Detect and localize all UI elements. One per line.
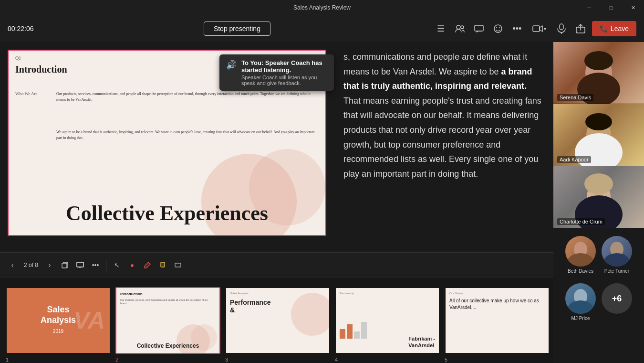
notification-subtitle: Speaker Coach will listen as you speak a…: [241, 75, 327, 86]
slide-thumb-num-1: 1: [6, 357, 9, 363]
slide-toolbar: ‹ 2 of 8 › ••• ↖ ●: [0, 252, 553, 277]
svg-rect-7: [560, 24, 563, 30]
avatar-mj-photo: [565, 283, 596, 314]
svg-rect-13: [175, 263, 181, 267]
slide-thumb-num-3: 3: [225, 357, 228, 363]
svg-point-4: [496, 27, 497, 28]
notification-speaker-icon: 🔊: [226, 60, 237, 70]
svg-point-28: [567, 300, 594, 314]
cursor-tool-button[interactable]: ↖: [110, 258, 124, 272]
transcript-text: s, communications and people are define …: [343, 50, 544, 181]
toolbar-separator: [106, 259, 106, 271]
more-participants-wrap: +6: [602, 283, 632, 321]
title-bar: Sales Analysis Review ─ □ ✕: [0, 0, 644, 15]
svg-point-24: [567, 253, 594, 267]
maximize-button[interactable]: □: [600, 0, 622, 15]
minimize-button[interactable]: ─: [578, 0, 600, 15]
window-controls: ─ □ ✕: [578, 0, 644, 15]
thumb2-background: Introduction Our products, services, com…: [116, 288, 219, 353]
main-area: Q1 VanArsdel Introduction Who We Are Our…: [0, 42, 553, 363]
notification-title: To You: Speaker Coach has started listen…: [241, 59, 327, 74]
prev-slide-button[interactable]: ‹: [6, 258, 19, 272]
thumb1-title: SalesAnalysis2019: [41, 305, 76, 336]
slide-thumbnail-2[interactable]: Introduction Our products, services, com…: [115, 287, 220, 354]
slide-thumbnail-3[interactable]: Sales Analysis Performance& 3: [225, 287, 330, 354]
svg-rect-6: [533, 26, 540, 32]
next-slide-button[interactable]: ›: [43, 258, 56, 272]
participant-video-aadi: Aadi Kapoor: [553, 104, 644, 166]
slide-thumb-inner-1: SalesAnalysis2019 VA: [6, 287, 111, 354]
slide-thumb-inner-4: Partnership Fabrikam -VanArsdel: [335, 287, 440, 354]
thumb3-big-text: Performance&: [230, 299, 271, 315]
svg-rect-2: [475, 25, 483, 31]
avatar-beth: [565, 236, 596, 267]
slide-thumb-num-5: 5: [445, 357, 447, 363]
slide-title: Introduction: [15, 64, 67, 75]
small-avatars-row2: MJ Price +6: [553, 276, 644, 323]
svg-point-5: [499, 27, 500, 28]
camera-button[interactable]: ▾: [529, 22, 550, 35]
svg-point-26: [603, 253, 630, 267]
thumb1-logo: VA: [73, 307, 105, 334]
more-participants-badge[interactable]: +6: [602, 283, 632, 314]
slide-count: 2 of 8: [21, 262, 41, 268]
chat-icon[interactable]: [471, 21, 487, 36]
thumb3-label: Sales Analysis: [230, 292, 249, 295]
svg-point-0: [457, 25, 460, 29]
small-avatars-row: Beth Davies Pete Turner: [553, 228, 644, 276]
eraser-button[interactable]: [171, 258, 185, 272]
red-pen-button[interactable]: [141, 258, 154, 272]
slide-thumbnail-4[interactable]: Partnership Fabrikam -VanArsdel 4: [335, 287, 440, 354]
leave-button[interactable]: 📞 Leave: [592, 21, 636, 36]
thumb4-label: Partnership: [340, 292, 354, 295]
duplicate-slide-button[interactable]: [58, 258, 72, 272]
participants-list-icon[interactable]: ☰: [433, 21, 448, 36]
more-icon[interactable]: •••: [509, 21, 525, 36]
slide-thumb-num-4: 4: [335, 357, 338, 363]
participant-name-beth: Beth Davies: [568, 268, 593, 274]
participant-name-mj: MJ Price: [571, 316, 590, 321]
slide-body1: Our products, services, communications, …: [56, 91, 319, 103]
slide-strip: SalesAnalysis2019 VA 1 Introduction Our …: [0, 277, 553, 363]
svg-rect-11: [77, 262, 83, 267]
more-tools-button[interactable]: •••: [89, 258, 102, 272]
svg-point-16: [584, 51, 613, 70]
reaction-icon[interactable]: [490, 21, 506, 36]
notification-content: To You: Speaker Coach has started listen…: [241, 59, 327, 86]
close-button[interactable]: ✕: [622, 0, 644, 15]
people-icon[interactable]: [452, 21, 467, 36]
present-view-button[interactable]: [73, 258, 87, 272]
slide-panel: Q1 VanArsdel Introduction Who We Are Our…: [0, 42, 334, 252]
laser-tool-button[interactable]: ●: [125, 258, 139, 272]
svg-point-1: [461, 26, 464, 29]
share-icon[interactable]: [573, 21, 588, 36]
avatar-pete: [602, 236, 632, 267]
content-row: Q1 VanArsdel Introduction Who We Are Our…: [0, 42, 553, 252]
mic-icon[interactable]: [554, 21, 569, 36]
window-title: Sales Analysis Review: [293, 4, 351, 11]
participant-name-aadi: Aadi Kapoor: [557, 156, 591, 163]
stop-presenting-button[interactable]: Stop presenting: [204, 21, 270, 36]
slide-who-label: Who We Are: [15, 91, 38, 96]
thumb5-background: Our Vision All of our collective make up…: [446, 288, 549, 353]
svg-rect-10: [62, 263, 67, 268]
participant-video-serena: Serena Davis: [553, 42, 644, 104]
thumb5-label: Our Vision: [449, 292, 463, 295]
participant-panel: Serena Davis Aadi Kapoor Charlotte de Cr…: [553, 42, 644, 363]
avatar-pete-photo: [602, 236, 632, 267]
participant-name-serena: Serena Davis: [557, 94, 593, 101]
avatar-beth-photo: [565, 236, 596, 267]
toolbar: 00:22:06 Stop presenting ☰ ••• ▾ 📞 Leave: [0, 15, 644, 42]
slide-thumbnail-1[interactable]: SalesAnalysis2019 VA 1: [6, 287, 111, 354]
avatar-mj: [565, 283, 596, 314]
slide-thumb-inner-3: Sales Analysis Performance&: [225, 287, 330, 354]
yellow-pen-button[interactable]: [156, 258, 169, 272]
svg-point-19: [585, 113, 612, 130]
participant-wrap-pete: Pete Turner: [602, 236, 632, 274]
thumb2-body: Our products, services, communications a…: [120, 299, 216, 305]
participant-name-pete: Pete Turner: [604, 268, 629, 274]
svg-point-22: [584, 173, 613, 194]
slide-thumbnail-5[interactable]: Our Vision All of our collective make up…: [445, 287, 550, 354]
slide-q-label: Q1: [15, 55, 21, 61]
toolbar-right: ☰ ••• ▾ 📞 Leave: [433, 21, 636, 36]
